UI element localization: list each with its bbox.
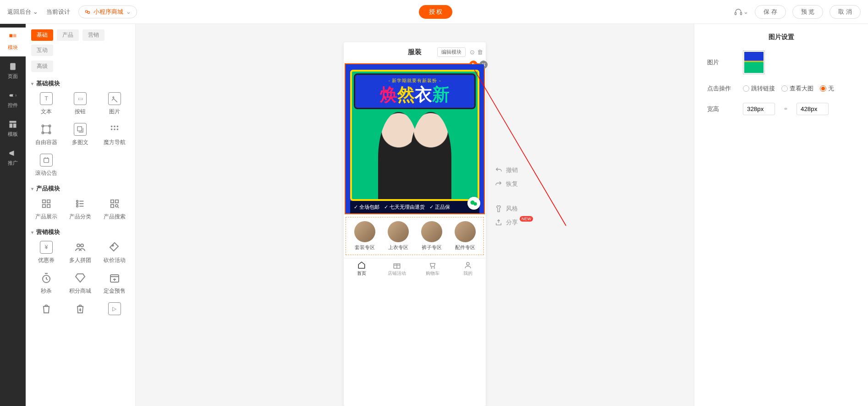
svg-rect-29: [47, 205, 50, 207]
radio-zoom[interactable]: 查看大图: [781, 84, 813, 93]
module-extra-3[interactable]: ▷: [99, 302, 130, 315]
svg-rect-33: [111, 200, 114, 203]
undo-button[interactable]: 撤销: [495, 166, 535, 174]
cart-icon: [429, 261, 437, 269]
tab-interactive[interactable]: 互动: [31, 44, 53, 56]
grid-icon: [40, 197, 53, 210]
tab-advanced[interactable]: 高级: [31, 61, 53, 72]
delete-icon[interactable]: 🗑: [477, 49, 483, 56]
vnav-templates[interactable]: 模板: [0, 114, 26, 143]
module-extra-2[interactable]: [65, 302, 95, 315]
category-item[interactable]: 上衣专区: [388, 221, 409, 251]
style-button[interactable]: 风格: [495, 205, 535, 213]
module-coupon[interactable]: ¥优惠券: [31, 241, 61, 264]
calendar-money-icon: [108, 272, 121, 284]
radio-link[interactable]: 跳转链接: [743, 84, 775, 93]
module-product-category[interactable]: 产品分类: [65, 197, 95, 221]
svg-rect-9: [10, 121, 16, 123]
width-input[interactable]: [743, 103, 775, 115]
module-free-container[interactable]: 自由容器: [31, 123, 61, 146]
tab-mine[interactable]: 我的: [450, 258, 486, 279]
svg-point-31: [77, 203, 78, 205]
category-item[interactable]: 配件专区: [455, 221, 476, 251]
module-text[interactable]: T文本: [31, 92, 61, 116]
category-block[interactable]: 套装专区 上衣专区 裤子专区 配件专区: [346, 217, 484, 255]
cancel-button[interactable]: 取 消: [830, 5, 861, 19]
topbar-center: 授 权: [137, 5, 734, 19]
back-button[interactable]: 返回后台 ⌄: [7, 8, 38, 16]
svg-point-37: [77, 244, 80, 247]
module-cube-nav[interactable]: 魔方导航: [99, 123, 130, 146]
section-basic[interactable]: ▾基础模块: [31, 79, 130, 88]
svg-rect-27: [47, 200, 50, 203]
redo-button[interactable]: 恢复: [495, 180, 535, 188]
design-selector[interactable]: 小程序商城 ⌄: [78, 6, 137, 18]
templates-icon: [8, 120, 17, 129]
svg-point-1: [88, 11, 90, 13]
settings-title: 图片设置: [707, 33, 855, 41]
topbar-left: 返回后台 ⌄ 当前设计 小程序商城 ⌄: [7, 6, 137, 18]
module-deposit[interactable]: 定金预售: [99, 272, 130, 295]
text-icon: T: [40, 92, 53, 105]
module-image[interactable]: 图片: [99, 92, 130, 116]
module-product-display[interactable]: 产品展示: [31, 197, 61, 221]
svg-point-36: [115, 205, 118, 207]
save-button[interactable]: 保 存: [755, 5, 786, 19]
section-marketing[interactable]: ▾营销模块: [31, 228, 130, 236]
module-group-buy[interactable]: 多人拼团: [65, 241, 95, 264]
image-thumbnail[interactable]: [743, 50, 765, 74]
svg-rect-18: [77, 127, 82, 131]
edit-module-button[interactable]: 编辑模块: [437, 47, 466, 57]
link-icon[interactable]: ⚭: [783, 106, 788, 112]
tab-cart[interactable]: 购物车: [415, 258, 450, 279]
caret-down-icon: ▾: [31, 186, 33, 191]
module-button[interactable]: ▭按钮: [65, 92, 95, 116]
image-icon: [108, 92, 121, 105]
selected-image-block[interactable]: ✎ ✕ - 新学期就要有新装扮 - 焕然衣新 ✓ 全场包: [345, 63, 485, 214]
svg-rect-2: [735, 12, 736, 15]
more-icon[interactable]: ⊙: [470, 49, 475, 56]
svg-rect-10: [10, 123, 13, 128]
chevron-down-icon: ⌄: [33, 8, 38, 15]
share-icon: [495, 219, 502, 226]
megaphone-icon: [8, 149, 17, 158]
support-icon[interactable]: ⌄: [734, 8, 748, 16]
module-multi-image[interactable]: 多图文: [65, 123, 95, 146]
tab-home[interactable]: 首页: [344, 258, 379, 279]
float-tools: 撤销 恢复 风格 分享NEW: [495, 166, 535, 227]
preview-button[interactable]: 预 览: [792, 5, 824, 19]
tab-basic[interactable]: 基础: [31, 29, 53, 41]
radio-none[interactable]: 无: [820, 84, 834, 93]
authorize-button[interactable]: 授 权: [419, 5, 453, 19]
play-icon: ▷: [108, 302, 121, 315]
svg-rect-28: [43, 205, 45, 207]
chevron-down-icon: ⌄: [126, 8, 131, 15]
topbar: 返回后台 ⌄ 当前设计 小程序商城 ⌄ 授 权 ⌄ 保 存 预 览 取 消: [0, 0, 868, 24]
settings-panel: 图片设置 图片 点击操作 跳转链接 查看大图 无 宽高 ⚭: [694, 24, 868, 406]
category-item[interactable]: 套装专区: [354, 221, 375, 251]
vnav-modules[interactable]: 模块: [0, 28, 26, 56]
height-input[interactable]: [797, 103, 829, 115]
module-scroll-notice[interactable]: 滚动公告: [31, 154, 61, 177]
tab-activity[interactable]: 店铺活动: [379, 258, 415, 279]
wechat-icon[interactable]: [467, 197, 480, 210]
tab-marketing[interactable]: 营销: [82, 29, 104, 41]
multi-image-icon: [74, 123, 87, 136]
module-bargain[interactable]: 砍价活动: [99, 241, 130, 264]
bag-icon: [40, 302, 53, 315]
vnav-pages[interactable]: 页面: [0, 56, 26, 85]
svg-point-24: [116, 128, 118, 130]
group-icon: [74, 241, 87, 254]
svg-point-32: [77, 206, 78, 207]
module-product-search[interactable]: 产品搜索: [99, 197, 130, 221]
category-item[interactable]: 裤子专区: [421, 221, 442, 251]
tab-product[interactable]: 产品: [57, 29, 79, 41]
vnav-promote[interactable]: 推广: [0, 143, 26, 172]
section-product[interactable]: ▾产品模块: [31, 184, 130, 193]
image-label: 图片: [707, 58, 735, 67]
module-extra-1[interactable]: [31, 302, 61, 315]
vnav-controls[interactable]: 控件: [0, 85, 26, 114]
share-button[interactable]: 分享NEW: [495, 218, 535, 227]
module-seckill[interactable]: 秒杀: [31, 272, 61, 295]
module-points-mall[interactable]: 积分商城: [65, 272, 95, 295]
